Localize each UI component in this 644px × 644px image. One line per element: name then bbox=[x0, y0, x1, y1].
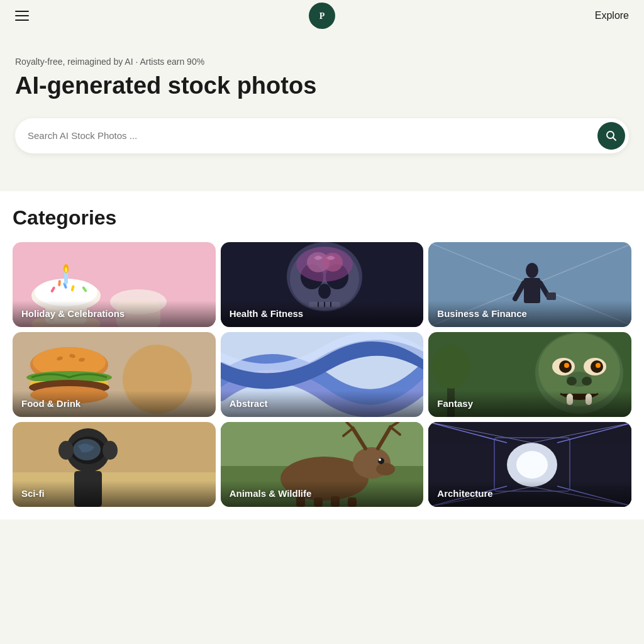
category-overlay-food: Food & Drink bbox=[13, 391, 216, 417]
category-card-animals[interactable]: Animals & Wildlife bbox=[221, 422, 424, 507]
hamburger-menu[interactable] bbox=[15, 11, 29, 21]
category-card-business[interactable]: Business & Finance bbox=[428, 242, 631, 327]
category-label-fantasy: Fantasy bbox=[437, 398, 473, 409]
category-overlay-abstract: Abstract bbox=[221, 391, 424, 417]
svg-point-69 bbox=[432, 345, 470, 389]
explore-button[interactable]: Explore bbox=[595, 10, 629, 21]
hero-section: Royalty-free, reimagined by AI · Artists… bbox=[0, 31, 644, 191]
svg-point-82 bbox=[376, 463, 395, 475]
category-card-architecture[interactable]: Architecture bbox=[428, 422, 631, 507]
logo-icon[interactable]: P bbox=[309, 3, 335, 29]
categories-title: Categories bbox=[13, 191, 631, 242]
category-label-holiday: Holiday & Celebrations bbox=[21, 308, 125, 319]
category-label-abstract: Abstract bbox=[230, 398, 268, 409]
categories-section: Categories Holiday bbox=[0, 191, 644, 519]
category-card-scifi[interactable]: Sci-fi bbox=[13, 422, 216, 507]
category-card-food[interactable]: Food & Drink bbox=[13, 332, 216, 417]
svg-point-59 bbox=[564, 363, 569, 368]
svg-point-62 bbox=[596, 363, 601, 368]
svg-text:P: P bbox=[319, 11, 325, 21]
search-button[interactable] bbox=[597, 122, 625, 150]
category-overlay-fantasy: Fantasy bbox=[428, 391, 631, 417]
category-label-food: Food & Drink bbox=[21, 398, 80, 409]
svg-point-90 bbox=[379, 458, 381, 461]
header: P Explore bbox=[0, 0, 644, 31]
category-label-animals: Animals & Wildlife bbox=[230, 488, 312, 499]
hero-title: AI-generated stock photos bbox=[15, 73, 629, 99]
category-overlay-business: Business & Finance bbox=[428, 301, 631, 327]
category-label-scifi: Sci-fi bbox=[21, 488, 45, 499]
svg-point-75 bbox=[58, 441, 74, 460]
svg-point-37 bbox=[526, 263, 538, 278]
category-overlay-health: Health & Fitness bbox=[221, 301, 424, 327]
category-label-architecture: Architecture bbox=[437, 488, 492, 499]
svg-point-89 bbox=[378, 458, 384, 464]
category-card-abstract[interactable]: Abstract bbox=[221, 332, 424, 417]
logo-container: P bbox=[309, 3, 335, 29]
svg-rect-41 bbox=[547, 292, 556, 300]
category-overlay-holiday: Holiday & Celebrations bbox=[13, 301, 216, 327]
category-overlay-animals: Animals & Wildlife bbox=[221, 480, 424, 507]
category-card-fantasy[interactable]: Fantasy bbox=[428, 332, 631, 417]
search-bar bbox=[15, 118, 629, 153]
svg-point-76 bbox=[103, 441, 118, 460]
category-label-business: Business & Finance bbox=[437, 308, 527, 319]
search-input[interactable] bbox=[28, 130, 597, 141]
svg-point-16 bbox=[65, 267, 67, 272]
svg-point-64 bbox=[567, 377, 577, 386]
svg-point-98 bbox=[516, 451, 548, 479]
svg-point-24 bbox=[318, 284, 331, 299]
category-overlay-scifi: Sci-fi bbox=[13, 480, 216, 507]
category-overlay-architecture: Architecture bbox=[428, 480, 631, 507]
category-card-health[interactable]: Health & Fitness bbox=[221, 242, 424, 327]
svg-point-65 bbox=[582, 377, 592, 386]
hero-subtitle: Royalty-free, reimagined by AI · Artists… bbox=[15, 57, 629, 67]
category-label-health: Health & Fitness bbox=[230, 308, 304, 319]
svg-point-31 bbox=[323, 253, 343, 272]
header-left bbox=[15, 11, 29, 21]
svg-line-3 bbox=[613, 137, 616, 140]
categories-grid: Holiday & Celebrations bbox=[13, 242, 631, 507]
category-card-holiday[interactable]: Holiday & Celebrations bbox=[13, 242, 216, 327]
svg-rect-38 bbox=[524, 278, 540, 303]
